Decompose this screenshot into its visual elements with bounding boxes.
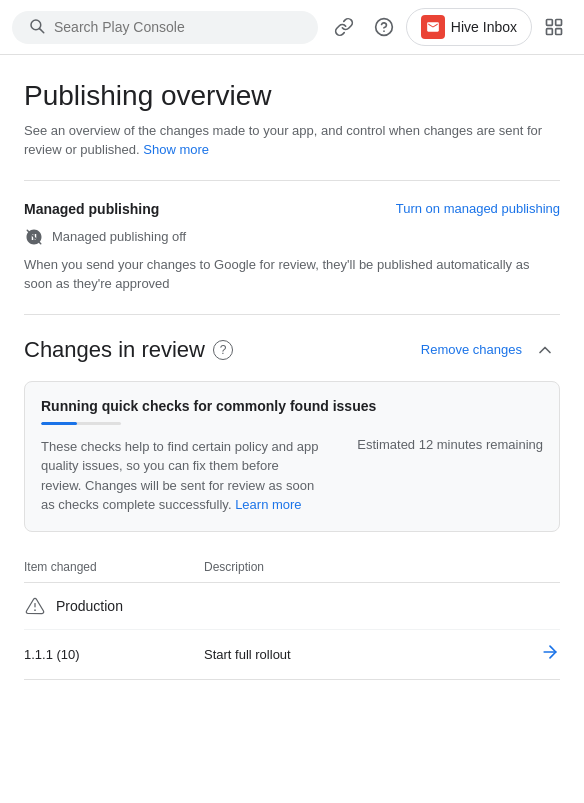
show-more-link[interactable]: Show more <box>143 142 209 157</box>
estimated-time: Estimated 12 minutes remaining <box>357 437 543 452</box>
managed-publishing-section: Managed publishing Turn on managed publi… <box>24 201 560 294</box>
hive-inbox-button[interactable]: Hive Inbox <box>406 8 532 46</box>
link-icon-button[interactable] <box>326 9 362 45</box>
quick-checks-description: These checks help to find certain policy… <box>41 437 321 515</box>
page-title: Publishing overview <box>24 79 560 113</box>
search-icon <box>28 17 46 38</box>
header-icons: Hive Inbox <box>326 8 572 46</box>
row-version: 1.1.1 (10) <box>24 647 204 662</box>
changes-title-group: Changes in review ? <box>24 337 233 363</box>
svg-rect-5 <box>556 20 562 26</box>
production-icon <box>24 595 46 617</box>
managed-publishing-description: When you send your changes to Google for… <box>24 255 560 294</box>
row-arrow-icon[interactable] <box>540 642 560 667</box>
divider-2 <box>24 314 560 315</box>
table-header: Item changed Description <box>24 552 560 583</box>
svg-rect-4 <box>547 20 553 26</box>
progress-bar-container <box>41 422 121 425</box>
changes-table: Item changed Description Production 1.1.… <box>24 552 560 680</box>
row-description: Start full rollout <box>204 647 540 662</box>
changes-in-review-header: Changes in review ? Remove changes <box>24 335 560 365</box>
changes-in-review-section: Changes in review ? Remove changes Runni… <box>24 335 560 680</box>
hive-inbox-label: Hive Inbox <box>451 19 517 35</box>
account-icon-button[interactable] <box>536 9 572 45</box>
svg-rect-7 <box>556 29 562 35</box>
divider-1 <box>24 180 560 181</box>
header: Hive Inbox <box>0 0 584 55</box>
svg-rect-6 <box>547 29 553 35</box>
changes-in-review-title: Changes in review <box>24 337 205 363</box>
managed-publishing-header: Managed publishing Turn on managed publi… <box>24 201 560 217</box>
search-input[interactable] <box>54 19 302 35</box>
remove-changes-link[interactable]: Remove changes <box>421 342 522 357</box>
managed-publishing-off-icon <box>24 227 44 247</box>
hive-inbox-icon <box>421 15 445 39</box>
changes-help-icon[interactable]: ? <box>213 340 233 360</box>
turn-on-managed-publishing-link[interactable]: Turn on managed publishing <box>396 201 560 216</box>
quick-checks-body: These checks help to find certain policy… <box>41 437 543 515</box>
table-row: 1.1.1 (10) Start full rollout <box>24 630 560 680</box>
progress-bar-fill <box>41 422 77 425</box>
managed-publishing-status-text: Managed publishing off <box>52 229 186 244</box>
help-icon-button[interactable] <box>366 9 402 45</box>
search-bar[interactable] <box>12 11 318 44</box>
production-section-header: Production <box>24 583 560 630</box>
quick-checks-card: Running quick checks for commonly found … <box>24 381 560 532</box>
managed-publishing-title: Managed publishing <box>24 201 159 217</box>
svg-point-3 <box>383 30 385 32</box>
changes-actions: Remove changes <box>421 335 560 365</box>
collapse-button[interactable] <box>530 335 560 365</box>
col-item-changed: Item changed <box>24 560 204 574</box>
learn-more-link[interactable]: Learn more <box>235 497 301 512</box>
quick-checks-title: Running quick checks for commonly found … <box>41 398 543 414</box>
main-content: Publishing overview See an overview of t… <box>0 55 584 680</box>
managed-publishing-status: Managed publishing off <box>24 227 560 247</box>
svg-line-1 <box>40 28 44 32</box>
page-subtitle: See an overview of the changes made to y… <box>24 121 560 160</box>
col-description: Description <box>204 560 560 574</box>
production-label: Production <box>56 598 123 614</box>
